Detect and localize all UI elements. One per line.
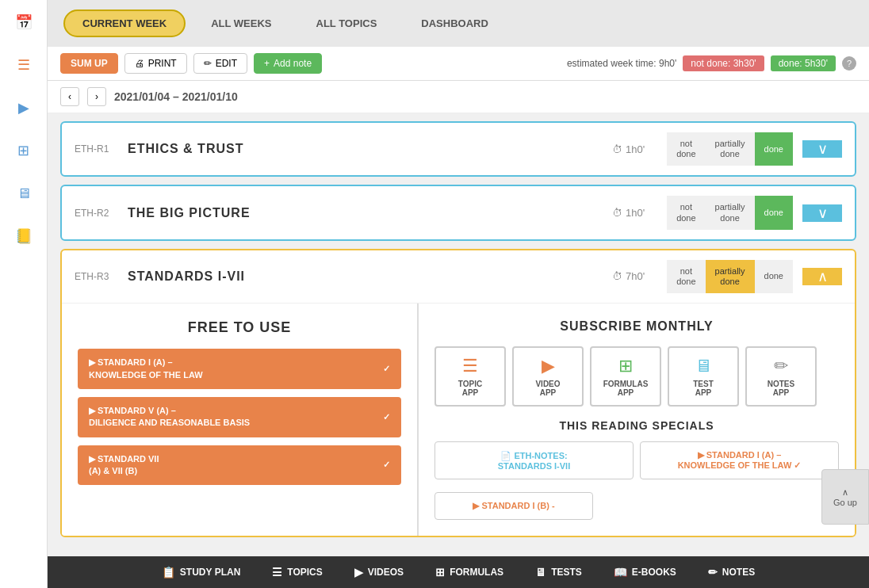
print-button[interactable]: 🖨 PRINT [124, 53, 187, 74]
done-badge: done: 5h30' [771, 55, 836, 71]
topic-header-eth-r1[interactable]: ETH-R1 ETHICS & TRUST ⏱ 1h0' notdone par… [62, 123, 855, 175]
sidebar-list-icon[interactable]: ☰ [10, 51, 38, 79]
nav-dashboard[interactable]: DASHBOARD [402, 10, 507, 37]
bottom-notes[interactable]: ✏ NOTES [700, 563, 763, 582]
topic-time-eth-r2: ⏱ 1h0' [612, 207, 645, 219]
go-up-button[interactable]: ∧ Go up [821, 469, 869, 525]
tests-icon: 🖥 [535, 566, 546, 578]
standard-5a-button[interactable]: ▶ STANDARD V (A) –DILIGENCE AND REASONAB… [78, 397, 401, 437]
bottom-videos[interactable]: ▶ VIDEOS [346, 563, 412, 582]
help-icon[interactable]: ? [842, 56, 856, 71]
formulas-app-label: FORMULASAPP [603, 380, 649, 397]
standard-1a-special[interactable]: ▶ STANDARD I (A) –KNOWLEDGE OF THE LAW ✓ [640, 441, 839, 479]
status-notdone-eth-r1[interactable]: notdone [667, 132, 705, 166]
test-app-label: TESTAPP [693, 380, 714, 397]
formulas-app-tile[interactable]: ⊞ FORMULASAPP [590, 346, 661, 407]
sidebar-grid-icon[interactable]: ⊞ [10, 136, 38, 165]
topic-app-tile[interactable]: ☰ TOPICAPP [434, 346, 506, 407]
sumup-button[interactable]: SUM UP [60, 53, 118, 74]
status-partial-eth-r3[interactable]: partiallydone [706, 260, 755, 293]
status-partial-eth-r2[interactable]: partiallydone [706, 196, 755, 229]
topic-app-icon: ☰ [462, 356, 478, 376]
video-app-icon: ▶ [542, 356, 555, 376]
topic-header-eth-r3[interactable]: ETH-R3 STANDARDS I-VII ⏱ 7h0' notdone pa… [62, 250, 855, 303]
add-note-button[interactable]: + Add note [254, 53, 322, 74]
sidebar-book-icon[interactable]: 📒 [10, 222, 38, 250]
notes-app-tile[interactable]: ✏ NOTESAPP [745, 346, 817, 407]
notes-app-icon: ✏ [774, 356, 788, 376]
status-partial-eth-r1[interactable]: partiallydone [706, 132, 755, 166]
nav-all-weeks[interactable]: ALL WEEKS [192, 10, 290, 37]
status-done-eth-r2[interactable]: done [755, 196, 793, 229]
topic-expanded-eth-r3: FREE TO USE ▶ STANDARD I (A) –KNOWLEDGE … [62, 303, 855, 536]
notes-app-label: NOTESAPP [768, 380, 794, 397]
ebooks-icon: 📖 [614, 566, 627, 578]
check-icon-1a: ✓ [383, 363, 390, 375]
prev-week-button[interactable]: ‹ [60, 87, 79, 106]
bottom-formulas[interactable]: ⊞ FORMULAS [427, 563, 511, 582]
study-plan-label: STUDY PLAN [180, 567, 240, 578]
expand-eth-r1[interactable]: ∨ [802, 140, 842, 158]
specials-title: THIS READING SPECIALS [434, 419, 839, 432]
notes-label: NOTES [722, 567, 755, 578]
standard-1a-button[interactable]: ▶ STANDARD I (A) –KNOWLEDGE OF THE LAW ✓ [78, 349, 401, 389]
status-notdone-eth-r2[interactable]: notdone [667, 196, 705, 229]
eth-notes-special[interactable]: 📄 ETH-NOTES:STANDARDS I-VII [434, 441, 634, 479]
not-done-badge: not done: 3h30' [683, 55, 764, 71]
check-icon-7: ✓ [383, 459, 390, 471]
nav-all-topics[interactable]: ALL TOPICS [297, 10, 396, 37]
time-info: estimated week time: 9h0' not done: 3h30… [567, 55, 856, 71]
sidebar-calendar-icon[interactable]: 📅 [10, 8, 38, 36]
bottom-topics[interactable]: ☰ TOPICS [264, 563, 330, 582]
video-app-tile[interactable]: ▶ VIDEOAPP [512, 346, 584, 407]
check-icon-5a: ✓ [383, 411, 390, 423]
topics-label: TOPICS [287, 567, 322, 578]
study-plan-icon: 📋 [162, 566, 175, 578]
standard-1b-special[interactable]: ▶ STANDARD I (B) - [434, 492, 593, 520]
expand-eth-r2[interactable]: ∨ [802, 204, 842, 222]
nav-current-week[interactable]: CURRENT WEEK [63, 10, 186, 37]
sidebar-play-icon[interactable]: ▶ [10, 94, 38, 122]
formulas-label: FORMULAS [450, 567, 503, 578]
status-notdone-eth-r3[interactable]: notdone [667, 260, 705, 293]
bottom-bar: 📋 STUDY PLAN ☰ TOPICS ▶ VIDEOS ⊞ FORMULA… [48, 556, 869, 588]
topic-name-eth-r1: ETHICS & TRUST [128, 142, 603, 156]
videos-icon: ▶ [354, 566, 363, 578]
go-up-label: Go up [833, 498, 857, 507]
status-group-eth-r2: notdone partiallydone done [667, 196, 793, 229]
date-nav: ‹ › 2021/01/04 – 2021/01/10 [48, 81, 869, 113]
standard-7-button[interactable]: ▶ STANDARD VII(A) & VII (B) ✓ [78, 445, 401, 486]
sidebar-monitor-icon[interactable]: 🖥 [10, 179, 38, 208]
status-group-eth-r3: notdone partiallydone done [667, 260, 793, 293]
date-range: 2021/01/04 – 2021/01/10 [114, 90, 238, 103]
bottom-tests[interactable]: 🖥 TESTS [527, 563, 590, 582]
topic-app-label: TOPICAPP [458, 380, 482, 397]
formulas-app-icon: ⊞ [618, 356, 633, 376]
free-section: FREE TO USE ▶ STANDARD I (A) –KNOWLEDGE … [62, 304, 419, 536]
expand-eth-r3[interactable]: ∧ [802, 268, 842, 285]
topic-name-eth-r2: THE BIG PICTURE [128, 206, 603, 220]
status-done-eth-r3[interactable]: done [755, 260, 793, 293]
status-group-eth-r1: notdone partiallydone done [667, 132, 793, 166]
bottom-study-plan[interactable]: 📋 STUDY PLAN [154, 563, 248, 582]
play-icon-7: ▶ STANDARD VII(A) & VII (B) [89, 453, 159, 478]
play-icon-1a: ▶ STANDARD I (A) –KNOWLEDGE OF THE LAW [89, 357, 203, 381]
play-icon-5a: ▶ STANDARD V (A) –DILIGENCE AND REASONAB… [89, 405, 250, 430]
free-title: FREE TO USE [78, 319, 401, 336]
topic-row-eth-r2: ETH-R2 THE BIG PICTURE ⏱ 1h0' notdone pa… [60, 185, 856, 240]
test-app-tile[interactable]: 🖥 TESTAPP [668, 346, 739, 407]
next-week-button[interactable]: › [87, 87, 106, 106]
topics-icon: ☰ [272, 566, 282, 578]
test-app-icon: 🖥 [695, 356, 712, 376]
topic-row-eth-r1: ETH-R1 ETHICS & TRUST ⏱ 1h0' notdone par… [60, 121, 856, 177]
topic-name-eth-r3: STANDARDS I-VII [128, 269, 603, 284]
subscribe-title: SUBSCRIBE MONTHLY [434, 319, 839, 334]
status-done-eth-r1[interactable]: done [755, 132, 793, 166]
edit-button[interactable]: ✏ EDIT [193, 53, 247, 74]
go-up-chevron: ∧ [842, 487, 848, 498]
topic-code-eth-r3: ETH-R3 [75, 271, 118, 282]
top-nav: CURRENT WEEK ALL WEEKS ALL TOPICS DASHBO… [48, 0, 869, 47]
topic-time-eth-r3: ⏱ 7h0' [612, 270, 645, 282]
bottom-ebooks[interactable]: 📖 E-BOOKS [606, 563, 684, 582]
topic-header-eth-r2[interactable]: ETH-R2 THE BIG PICTURE ⏱ 1h0' notdone pa… [62, 186, 855, 239]
